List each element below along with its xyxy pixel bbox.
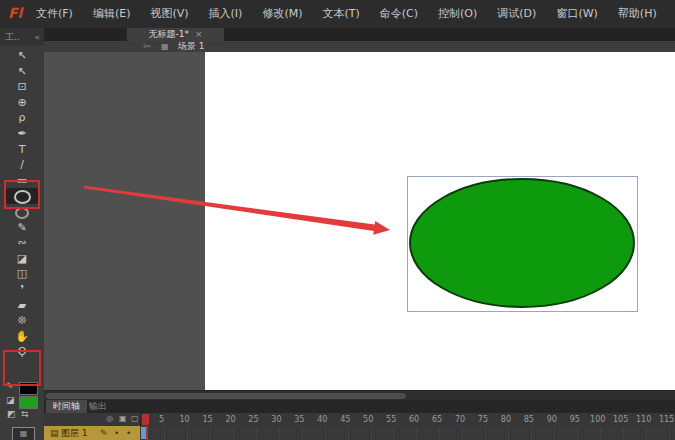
frame-grid-line: [210, 426, 211, 440]
ruler-number-80: 80: [501, 415, 511, 424]
frame-grid-line: [623, 426, 624, 440]
frame-grid-line: [416, 426, 417, 440]
frame-grid-line: [577, 426, 578, 440]
3d-rotation-tool[interactable]: ⊕: [0, 95, 44, 111]
ruler-number-15: 15: [202, 415, 212, 424]
frame-grid-line: [393, 426, 394, 440]
ruler-number-35: 35: [294, 415, 304, 424]
timeline-ruler[interactable]: ◎ ▣ ▢ 5101520253035404550556065707580859…: [44, 413, 675, 427]
tool-options-button[interactable]: ▦: [12, 427, 35, 440]
fill-bucket-icon: ◪: [6, 395, 15, 405]
menu-bar: Fl 文件(F)编辑(E)视图(V)插入(I)修改(M)文本(T)命令(C)控制…: [0, 0, 675, 29]
stroke-pencil-icon: ✎: [6, 381, 14, 391]
bone-tool[interactable]: ∾: [0, 235, 44, 251]
text-tool[interactable]: T: [0, 142, 44, 158]
ruler-number-75: 75: [478, 415, 488, 424]
menu-编辑(E)[interactable]: 编辑(E): [83, 0, 141, 28]
ruler-number-60: 60: [409, 415, 419, 424]
zoom-tool[interactable]: Ϙ: [0, 344, 44, 360]
ruler-number-95: 95: [570, 415, 580, 424]
ink-bottle-tool[interactable]: ◫: [0, 266, 44, 282]
document-tab-label: 无标题-1*: [148, 29, 188, 39]
ruler-number-5: 5: [159, 415, 164, 424]
rectangle-tool[interactable]: ▭: [0, 173, 44, 189]
fill-color-swatch[interactable]: [19, 396, 38, 409]
ruler-number-105: 105: [613, 415, 628, 424]
ruler-number-45: 45: [340, 415, 350, 424]
fill-color-row[interactable]: ◪: [4, 395, 40, 408]
tools-panel: 工.. « ↖↖⊡⊕ρ✒T/▭✎∾◪◫❜▰❊✋Ϙ ✎ ◪ ◩ ⇆ ▦: [0, 28, 45, 440]
green-ellipse-shape[interactable]: [408, 177, 636, 309]
layer-controls[interactable]: ▤ 图层 1 ✎ • •: [44, 426, 140, 440]
back-arrow-icon[interactable]: ⇦: [143, 41, 151, 52]
oval-tool-icon: [14, 190, 31, 204]
outline-icon[interactable]: ▢: [131, 414, 139, 423]
menu-修改(M)[interactable]: 修改(M): [252, 0, 312, 28]
timeline-layer-row[interactable]: ▤ 图层 1 ✎ • •: [44, 426, 675, 440]
ruler-number-115: 115: [659, 415, 674, 424]
selection-tool[interactable]: ↖: [0, 48, 44, 64]
collapse-panel-icon[interactable]: «: [34, 28, 40, 46]
ruler-number-40: 40: [317, 415, 327, 424]
frame-grid-line: [256, 426, 257, 440]
frame-grid-line: [302, 426, 303, 440]
ruler-number-50: 50: [363, 415, 373, 424]
menu-文件(F)[interactable]: 文件(F): [26, 0, 83, 28]
playhead-line: [146, 426, 148, 440]
pen-tool[interactable]: ✒: [0, 126, 44, 142]
stroke-color-row[interactable]: ✎: [4, 381, 40, 394]
frame-grid-line: [531, 426, 532, 440]
tools-panel-title: 工..: [0, 32, 20, 42]
ruler-number-55: 55: [386, 415, 396, 424]
pencil-tool[interactable]: ✎: [0, 220, 44, 236]
ruler-number-30: 30: [271, 415, 281, 424]
document-tab[interactable]: 无标题-1*×: [127, 28, 224, 41]
tab-output[interactable]: 输出: [82, 400, 114, 413]
ruler-number-65: 65: [432, 415, 442, 424]
layer-edit-pencil-icon: ✎: [100, 426, 108, 440]
menu-插入(I)[interactable]: 插入(I): [199, 0, 253, 28]
close-tab-icon[interactable]: ×: [195, 29, 203, 39]
layer-name[interactable]: 图层 1: [61, 426, 88, 440]
spray-brush-tool[interactable]: ❊: [0, 313, 44, 329]
frame-grid-line: [600, 426, 601, 440]
menu-帮助(H)[interactable]: 帮助(H): [608, 0, 667, 28]
layer-icon: ▤: [50, 426, 59, 440]
default-colors-icon[interactable]: ◩: [7, 409, 16, 419]
subselection-tool[interactable]: ↖: [0, 64, 44, 80]
menu-调试(D)[interactable]: 调试(D): [487, 0, 546, 28]
playhead[interactable]: [142, 414, 149, 425]
frame-grid-line: [187, 426, 188, 440]
menu-窗口(W)[interactable]: 窗口(W): [546, 0, 607, 28]
hand-tool[interactable]: ✋: [0, 329, 44, 345]
frame-grid-line: [485, 426, 486, 440]
stroke-color-swatch[interactable]: [19, 382, 38, 395]
swap-colors-icon[interactable]: ⇆: [21, 409, 29, 419]
lasso-tool[interactable]: ρ: [0, 110, 44, 126]
ruler-number-20: 20: [225, 415, 235, 424]
scrollbar-thumb[interactable]: [46, 393, 406, 399]
layer-lock-dot[interactable]: •: [126, 426, 131, 440]
pasteboard: [44, 52, 205, 390]
line-tool[interactable]: /: [0, 157, 44, 173]
menu-文本(T)[interactable]: 文本(T): [312, 0, 369, 28]
oval-primitive-tool[interactable]: [0, 204, 44, 220]
eyedropper-tool[interactable]: ❜: [0, 282, 44, 298]
scene-label[interactable]: 场景 1: [178, 41, 205, 52]
menu-命令(C)[interactable]: 命令(C): [370, 0, 428, 28]
free-transform-tool[interactable]: ⊡: [0, 79, 44, 95]
eraser-tool[interactable]: ▰: [0, 298, 44, 314]
menu-控制(O)[interactable]: 控制(O): [428, 0, 487, 28]
oval-tool[interactable]: [6, 188, 38, 204]
paint-bucket-tool[interactable]: ◪: [0, 251, 44, 267]
eye-icon[interactable]: ◎: [106, 414, 113, 423]
frame-grid-line: [508, 426, 509, 440]
menu-视图(V)[interactable]: 视图(V): [140, 0, 198, 28]
ruler-number-25: 25: [248, 415, 258, 424]
menu-bar-items: 文件(F)编辑(E)视图(V)插入(I)修改(M)文本(T)命令(C)控制(O)…: [26, 0, 667, 28]
ruler-number-110: 110: [636, 415, 651, 424]
layer-visibility-dot[interactable]: •: [114, 426, 119, 440]
lock-icon[interactable]: ▣: [119, 414, 127, 423]
tab-timeline[interactable]: 时间轴: [46, 400, 87, 413]
frame-grid-line: [325, 426, 326, 440]
